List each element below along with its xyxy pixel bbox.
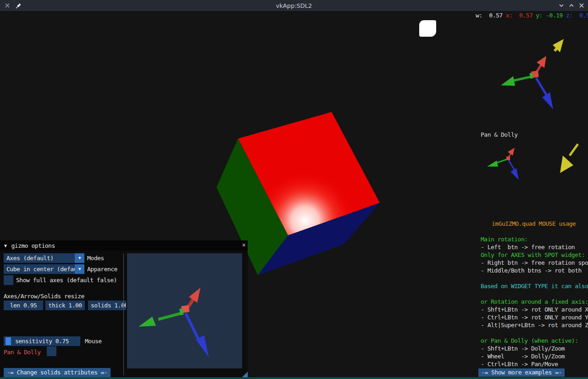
mouse-label: Mouse <box>85 337 102 345</box>
appearance-combo[interactable]: Cube in center (defaul ▼ <box>4 264 84 274</box>
pan-dolly-gizmo[interactable] <box>487 144 578 180</box>
appearance-combo-value: Cube in center (defaul <box>4 264 75 274</box>
preview-axis-y-arrowhead <box>139 317 156 327</box>
show-more-examples-button[interactable]: -= Show more examples =- <box>478 368 565 377</box>
help-line: - Middle/Both btns -> rot both <box>481 267 588 274</box>
window-maximize-button[interactable] <box>567 1 576 10</box>
solids-drag[interactable]: solids 1.00 <box>88 301 126 310</box>
help-line: - Ctrl+LBtn -> Pan/Move <box>481 360 588 368</box>
modes-label: Modes <box>87 254 104 262</box>
collapse-arrow-icon[interactable]: ▼ <box>4 243 7 248</box>
modes-combo-value: Axes (default) <box>4 253 75 263</box>
preview-axis-z-arrowhead <box>196 335 209 357</box>
pan-dolly-caption: Pan & Dolly <box>481 131 518 138</box>
quat-y: y: -0.19 <box>536 12 563 19</box>
sensitivity-slider-label: sensitivity 0.75 <box>15 338 69 345</box>
combo-arrow-icon[interactable]: ▼ <box>75 264 84 274</box>
quat-z: z: 0.5 <box>566 12 588 19</box>
help-line: - Ctrl+LBtn -> rot ONLY around Y <box>481 313 588 321</box>
help-line: - Right btn -> free rotation spot <box>481 259 588 267</box>
appearance-label: Apparence <box>87 265 117 273</box>
spacer <box>481 290 588 298</box>
window-close-button[interactable] <box>577 1 586 10</box>
panel-separator <box>123 253 124 375</box>
panel-header[interactable]: ▼ gizmo options ✕ <box>0 240 248 251</box>
preview-gizmo[interactable] <box>127 253 242 368</box>
help-line: - Shft+LBtn -> rot ONLY around X <box>481 306 588 313</box>
help-line: Main rotation: <box>481 235 588 243</box>
help-line: - Alt|Super+LBtn -> rot around Z <box>481 321 588 329</box>
gizmo-preview[interactable] <box>127 253 242 368</box>
gizmo-options-panel: ▼ gizmo options ✕ Axes (default) ▼ Modes… <box>0 240 248 377</box>
combo-arrow-icon[interactable]: ▼ <box>75 253 84 263</box>
close-icon <box>579 3 584 8</box>
modes-combo[interactable]: Axes (default) ▼ <box>4 253 84 263</box>
thick-drag[interactable]: thick 1.00 <box>45 301 85 310</box>
help-line: - Left btn -> free rotation <box>481 243 588 251</box>
panel-title: gizmo options <box>11 242 55 249</box>
axis-y-arrowhead <box>501 76 515 86</box>
window-minimize-button[interactable] <box>557 1 566 10</box>
spacer <box>481 228 588 235</box>
help-line: - Wheel -> Dolly/Zoom <box>481 352 588 360</box>
quat-w: w: 0.57 <box>476 12 503 19</box>
help-line: Only for AXES with SPOT widget: <box>481 251 588 259</box>
window-bottom-border <box>0 377 588 379</box>
spacer <box>481 329 588 337</box>
dolly-arrow-head <box>560 156 573 173</box>
chevron-up-icon <box>569 3 574 8</box>
white-cube-widget[interactable] <box>419 20 436 37</box>
pan-dolly-label: Pan & Dolly <box>4 348 41 356</box>
window-title: vkApp:SDL2 <box>0 2 588 9</box>
spacer <box>481 274 588 282</box>
len-drag[interactable]: len 0.95 <box>4 301 43 310</box>
show-full-axes-checkbox[interactable] <box>4 275 13 285</box>
help-line: or Pan & Dolly (when active): <box>481 337 588 345</box>
help-overlay: imGuIZMO.quad MOUSE usage Main rotation:… <box>481 220 588 368</box>
resize-section-header: Axes/Arrow/Solids resize <box>4 292 84 300</box>
chevron-down-icon <box>559 3 564 8</box>
slider-grab[interactable] <box>6 337 11 345</box>
help-title: imGuIZMO.quad MOUSE usage <box>481 220 588 228</box>
quat-x: x: 0.57 <box>506 12 533 19</box>
pan-dolly-checkbox[interactable] <box>47 346 56 356</box>
panel-close-icon[interactable]: ✕ <box>242 241 245 248</box>
help-line: - Shft+LBtn -> Dolly/Zoom <box>481 345 588 352</box>
axes-spot-gizmo[interactable] <box>501 39 564 109</box>
axis-z-arrowhead <box>542 92 553 109</box>
change-solids-button[interactable]: -= Change solids attributes =- <box>4 368 111 377</box>
panel-resize-grip[interactable] <box>242 372 248 377</box>
dolly-arrow-shaft <box>570 144 578 156</box>
app-window: { "window": { "title": "vkApp:SDL2" }, "… <box>0 0 588 379</box>
quaternion-readout: w: 0.57 x: 0.57 y: -0.19 z: 0.5 <box>476 12 588 19</box>
titlebar: vkApp:SDL2 <box>0 0 588 12</box>
help-line: Based on WIDGET TYPE it can also: <box>481 282 588 290</box>
help-line: or Rotation around a fixed axis: <box>481 298 588 306</box>
sensitivity-slider[interactable]: sensitivity 0.75 <box>4 336 80 346</box>
show-full-axes-label: Show full axes (default false) <box>16 276 117 284</box>
